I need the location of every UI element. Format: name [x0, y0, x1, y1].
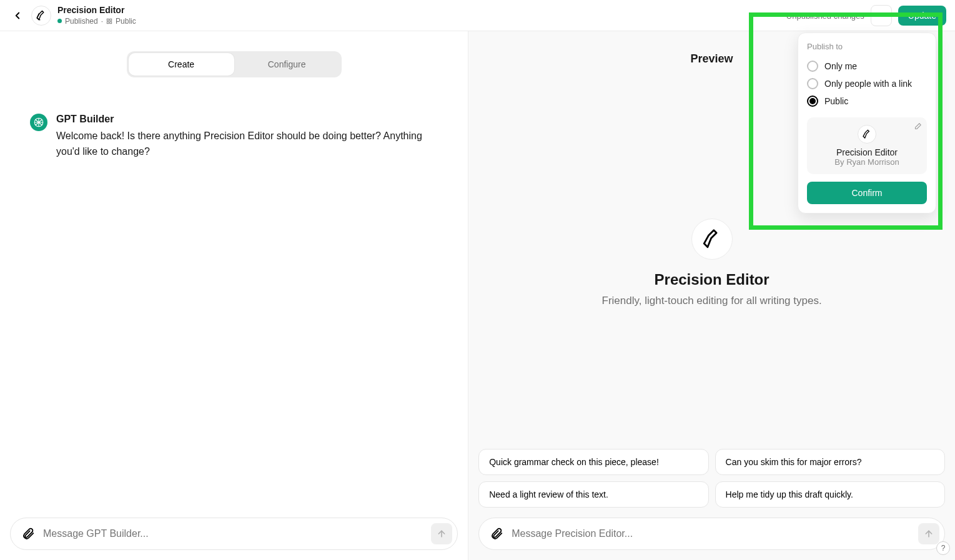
publish-option-public[interactable]: Public: [807, 92, 927, 110]
preview-input-field[interactable]: [505, 528, 918, 539]
tabs: Create Configure: [127, 51, 342, 77]
svg-rect-3: [110, 22, 112, 24]
help-button[interactable]: ?: [936, 541, 950, 555]
builder-send-button[interactable]: [431, 523, 452, 544]
unpublished-label: Unpublished changes: [786, 11, 864, 21]
publish-option-only-me[interactable]: Only me: [807, 57, 927, 75]
svg-rect-2: [107, 22, 109, 24]
app-avatar: [31, 6, 51, 26]
attach-button[interactable]: [19, 525, 37, 543]
builder-input-field[interactable]: [37, 528, 431, 539]
publish-preview-card: Precision Editor By Ryan Morrison: [807, 117, 927, 174]
preview-gpt-desc: Friendly, light-touch editing for all wr…: [602, 295, 822, 307]
more-horizontal-icon: [876, 10, 887, 21]
preview-gpt-name: Precision Editor: [655, 271, 769, 288]
visibility-label: Public: [116, 17, 136, 26]
svg-point-5: [880, 15, 882, 17]
radio-icon: [807, 96, 818, 107]
suggestion-2[interactable]: Can you skim this for major errors?: [715, 449, 945, 475]
radio-icon: [807, 78, 818, 89]
suggestion-1[interactable]: Quick grammar check on this piece, pleas…: [478, 449, 708, 475]
arrow-up-icon: [437, 529, 447, 539]
card-author: By Ryan Morrison: [813, 157, 921, 167]
confirm-button[interactable]: Confirm: [807, 182, 927, 204]
radio-icon: [807, 61, 818, 72]
tab-create[interactable]: Create: [129, 53, 234, 76]
pencil-check-icon: [701, 228, 723, 250]
pencil-check-icon: [36, 10, 47, 21]
more-button[interactable]: [871, 5, 892, 26]
app-title-block: Precision Editor Published · Public: [57, 5, 136, 26]
suggestion-4[interactable]: Help me tidy up this draft quickly.: [715, 481, 945, 508]
publish-option-link[interactable]: Only people with a link: [807, 75, 927, 92]
arrow-up-icon: [924, 529, 934, 539]
edit-card-button[interactable]: [913, 122, 922, 131]
card-gpt-name: Precision Editor: [813, 147, 921, 157]
builder-input[interactable]: [10, 518, 458, 550]
preview-avatar: [691, 219, 733, 260]
preview-send-button[interactable]: [918, 523, 939, 544]
svg-rect-1: [110, 19, 112, 21]
publish-title: Publish to: [807, 42, 927, 51]
grid-icon: [106, 18, 112, 24]
suggestion-grid: Quick grammar check on this piece, pleas…: [478, 449, 945, 508]
tab-configure[interactable]: Configure: [234, 53, 340, 76]
builder-message: GPT Builder Welcome back! Is there anyth…: [30, 114, 438, 160]
builder-avatar: [30, 114, 47, 131]
left-pane: Create Configure GPT Builder Welcome bac…: [0, 31, 468, 560]
status-dot-icon: [57, 19, 62, 23]
chevron-left-icon: [12, 10, 23, 21]
builder-text: Welcome back! Is there anything Precisio…: [56, 129, 438, 160]
preview-input[interactable]: [478, 518, 945, 550]
pencil-check-icon: [862, 129, 872, 139]
svg-point-4: [877, 15, 879, 17]
app-title: Precision Editor: [57, 5, 136, 16]
paperclip-icon: [490, 527, 503, 541]
svg-point-6: [884, 15, 886, 17]
suggestion-3[interactable]: Need a light review of this text.: [478, 481, 708, 508]
paperclip-icon: [21, 527, 35, 541]
openai-icon: [33, 117, 44, 128]
back-button[interactable]: [9, 7, 26, 24]
builder-name: GPT Builder: [56, 114, 438, 125]
svg-rect-0: [107, 19, 109, 21]
status-published: Published: [65, 17, 98, 26]
publish-popover: Publish to Only me Only people with a li…: [798, 32, 936, 214]
update-button[interactable]: Update: [898, 6, 946, 26]
pencil-icon: [913, 122, 922, 131]
card-avatar: [858, 125, 876, 144]
preview-attach-button[interactable]: [488, 525, 505, 543]
header-bar: Precision Editor Published · Public Unpu…: [0, 0, 955, 31]
